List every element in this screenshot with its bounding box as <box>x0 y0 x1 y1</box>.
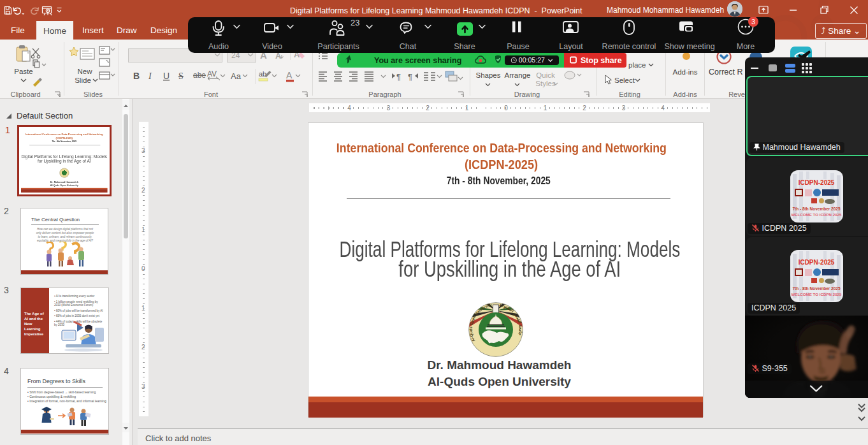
svg-text:Layout: Layout <box>559 42 583 51</box>
svg-text:23: 23 <box>351 18 359 27</box>
svg-text:WELCOME TO ICDPN 2025: WELCOME TO ICDPN 2025 <box>792 292 843 296</box>
svg-text:WELCOME TO ICDPN 2025: WELCOME TO ICDPN 2025 <box>792 212 843 217</box>
svg-text:Add-ins: Add-ins <box>673 68 698 76</box>
svg-text:B: B <box>133 71 140 81</box>
svg-text:Video: Video <box>262 42 282 51</box>
svg-text:ICDPN-2025: ICDPN-2025 <box>799 259 835 266</box>
svg-text:Slide: Slide <box>75 77 91 84</box>
svg-text:Pause: Pause <box>507 42 529 51</box>
svg-text:Shapes: Shapes <box>475 71 500 79</box>
svg-text:Paste: Paste <box>14 68 33 75</box>
svg-text:Share: Share <box>454 42 475 51</box>
svg-text:Remote control: Remote control <box>602 42 656 51</box>
svg-text:Arrange: Arrange <box>505 71 531 79</box>
svg-text:7th - 8th November 2025: 7th - 8th November 2025 <box>792 286 841 291</box>
svg-text:Reve: Reve <box>728 91 745 98</box>
svg-text:Clipboard: Clipboard <box>10 91 40 98</box>
svg-text:Chat: Chat <box>400 42 417 51</box>
svg-text:You are screen sharing: You are screen sharing <box>374 56 461 65</box>
svg-text:Font: Font <box>204 91 218 98</box>
svg-text:Slides: Slides <box>83 91 103 98</box>
svg-text:Correct R: Correct R <box>709 68 742 77</box>
svg-text:AV: AV <box>207 69 217 78</box>
svg-text:I: I <box>148 71 152 81</box>
svg-text:U: U <box>163 71 170 81</box>
svg-text:place: place <box>628 61 646 69</box>
svg-text:Quick: Quick <box>536 71 555 79</box>
svg-text:Aa: Aa <box>231 71 242 81</box>
svg-text:Stop share: Stop share <box>581 56 622 65</box>
svg-text:00:05:27: 00:05:27 <box>519 56 545 64</box>
svg-text:Select: Select <box>614 77 635 84</box>
svg-text:Show meeting: Show meeting <box>664 42 714 51</box>
svg-text:A: A <box>275 52 281 61</box>
svg-text:3: 3 <box>751 18 755 26</box>
svg-text:S: S <box>178 71 184 81</box>
svg-text:7th - 8th November 2025: 7th - 8th November 2025 <box>792 207 841 211</box>
svg-text:A: A <box>286 70 293 80</box>
svg-text:New: New <box>77 68 92 75</box>
svg-text:Styles: Styles <box>535 80 556 87</box>
svg-text:Participants: Participants <box>317 42 359 51</box>
svg-text:¶: ¶ <box>408 72 412 82</box>
svg-text:abe: abe <box>193 71 206 80</box>
svg-text:Paragraph: Paragraph <box>368 91 401 98</box>
svg-text:Add-ins: Add-ins <box>673 91 697 98</box>
svg-text:¶: ¶ <box>396 72 401 82</box>
svg-text:Drawing: Drawing <box>514 91 540 98</box>
svg-text:More: More <box>737 42 755 51</box>
svg-text:Editing: Editing <box>619 91 640 98</box>
svg-text:ICDPN-2025: ICDPN-2025 <box>799 179 835 186</box>
svg-text:Audio: Audio <box>208 42 229 51</box>
